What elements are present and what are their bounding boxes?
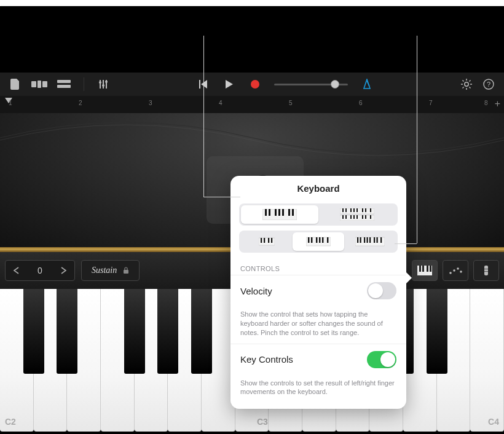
popover-title: Keyboard bbox=[230, 176, 406, 199]
svg-point-7 bbox=[105, 81, 108, 83]
record-icon bbox=[251, 80, 259, 89]
sustain-label: Sustain bbox=[92, 266, 117, 275]
svg-rect-46 bbox=[345, 208, 347, 212]
keyboard-view-tools bbox=[412, 260, 499, 281]
status-bar-area bbox=[0, 6, 504, 66]
key-controls-switch[interactable] bbox=[367, 351, 396, 368]
master-volume-slider[interactable] bbox=[274, 84, 348, 85]
svg-rect-50 bbox=[362, 208, 363, 212]
key-controls-description: Show the controls to set the result of l… bbox=[230, 375, 406, 403]
black-key[interactable] bbox=[157, 289, 178, 374]
browser-button[interactable] bbox=[31, 77, 48, 91]
settings-button[interactable] bbox=[460, 77, 473, 91]
svg-rect-78 bbox=[369, 237, 371, 243]
svg-line-16 bbox=[470, 87, 471, 89]
svg-rect-45 bbox=[342, 208, 344, 212]
svg-line-17 bbox=[470, 81, 471, 82]
my-songs-button[interactable] bbox=[9, 77, 22, 91]
svg-rect-69 bbox=[316, 237, 317, 243]
svg-rect-38 bbox=[275, 209, 277, 216]
svg-rect-53 bbox=[342, 215, 344, 219]
help-button[interactable]: ? bbox=[482, 77, 495, 91]
sustain-button[interactable]: Sustain bbox=[81, 260, 140, 281]
lock-icon bbox=[123, 267, 129, 274]
svg-rect-60 bbox=[370, 215, 371, 219]
svg-rect-0 bbox=[31, 81, 36, 87]
black-key[interactable] bbox=[124, 289, 145, 374]
svg-point-29 bbox=[453, 269, 455, 272]
svg-rect-74 bbox=[357, 237, 358, 243]
black-key[interactable] bbox=[57, 289, 77, 374]
scale-button[interactable] bbox=[473, 260, 499, 281]
svg-rect-63 bbox=[264, 238, 265, 243]
svg-line-15 bbox=[463, 81, 464, 82]
add-section-button[interactable]: + bbox=[495, 98, 500, 109]
bar-marker: 8 bbox=[484, 100, 488, 106]
svg-rect-3 bbox=[57, 80, 71, 83]
octave-down-button[interactable] bbox=[6, 260, 26, 281]
svg-rect-59 bbox=[365, 215, 366, 219]
svg-rect-8 bbox=[199, 80, 200, 89]
svg-point-28 bbox=[449, 272, 452, 274]
bar-marker: 4 bbox=[219, 100, 222, 106]
size-option-small[interactable] bbox=[241, 232, 293, 251]
popover-section-label: CONTROLS bbox=[230, 258, 406, 275]
svg-rect-64 bbox=[268, 238, 269, 243]
svg-point-6 bbox=[102, 84, 104, 87]
black-key[interactable] bbox=[23, 289, 44, 374]
bar-marker: 7 bbox=[429, 100, 433, 106]
svg-rect-67 bbox=[308, 237, 309, 243]
keyboard-layout-button[interactable] bbox=[412, 260, 438, 281]
layout-option-single[interactable] bbox=[241, 205, 318, 224]
black-key[interactable] bbox=[191, 289, 212, 374]
metronome-button[interactable] bbox=[360, 77, 374, 91]
svg-rect-65 bbox=[271, 238, 272, 243]
arpeggiator-button[interactable] bbox=[443, 260, 468, 281]
svg-point-5 bbox=[99, 81, 101, 84]
bar-marker: 6 bbox=[359, 100, 363, 106]
velocity-switch[interactable] bbox=[367, 282, 396, 299]
bar-marker: 1 bbox=[9, 100, 12, 106]
svg-rect-68 bbox=[311, 237, 312, 243]
svg-rect-71 bbox=[322, 237, 323, 243]
svg-rect-4 bbox=[57, 85, 71, 88]
svg-rect-33 bbox=[484, 269, 488, 269]
white-key[interactable] bbox=[470, 289, 504, 432]
keyboard-settings-popover: Keyboard bbox=[230, 176, 406, 409]
svg-rect-32 bbox=[484, 266, 488, 275]
svg-point-10 bbox=[465, 82, 468, 86]
svg-rect-42 bbox=[292, 209, 294, 216]
octave-value: 0 bbox=[26, 266, 53, 275]
keyboard-size-segmented bbox=[239, 231, 398, 253]
key-controls-label: Key Controls bbox=[240, 354, 293, 365]
svg-rect-24 bbox=[419, 266, 421, 272]
svg-rect-2 bbox=[42, 81, 47, 87]
bar-marker: 2 bbox=[79, 100, 82, 106]
timeline-ruler[interactable]: 1 2 3 4 5 6 7 8 + bbox=[0, 96, 504, 113]
svg-rect-39 bbox=[278, 209, 280, 216]
track-controls-button[interactable] bbox=[96, 77, 110, 91]
tracks-button[interactable] bbox=[57, 77, 71, 91]
size-option-medium[interactable] bbox=[293, 232, 344, 251]
svg-rect-26 bbox=[427, 266, 428, 272]
size-option-large[interactable] bbox=[344, 232, 396, 251]
keyboard-layout-segmented bbox=[239, 203, 398, 226]
svg-rect-81 bbox=[380, 237, 382, 243]
key-label: C3 bbox=[257, 417, 268, 427]
main-toolbar: ? bbox=[0, 73, 504, 96]
svg-rect-76 bbox=[364, 237, 365, 243]
record-button[interactable] bbox=[248, 77, 262, 91]
octave-up-button[interactable] bbox=[53, 260, 74, 281]
layout-option-double[interactable] bbox=[318, 205, 396, 224]
octave-stepper: 0 bbox=[5, 260, 75, 281]
svg-rect-58 bbox=[362, 215, 363, 219]
svg-rect-52 bbox=[370, 208, 371, 212]
go-to-beginning-button[interactable] bbox=[197, 77, 210, 91]
black-key[interactable] bbox=[427, 289, 447, 374]
svg-rect-57 bbox=[356, 215, 358, 219]
svg-rect-62 bbox=[261, 238, 262, 243]
svg-rect-37 bbox=[269, 209, 270, 216]
svg-text:?: ? bbox=[487, 81, 490, 88]
svg-rect-22 bbox=[124, 270, 128, 274]
play-button[interactable] bbox=[222, 77, 236, 91]
